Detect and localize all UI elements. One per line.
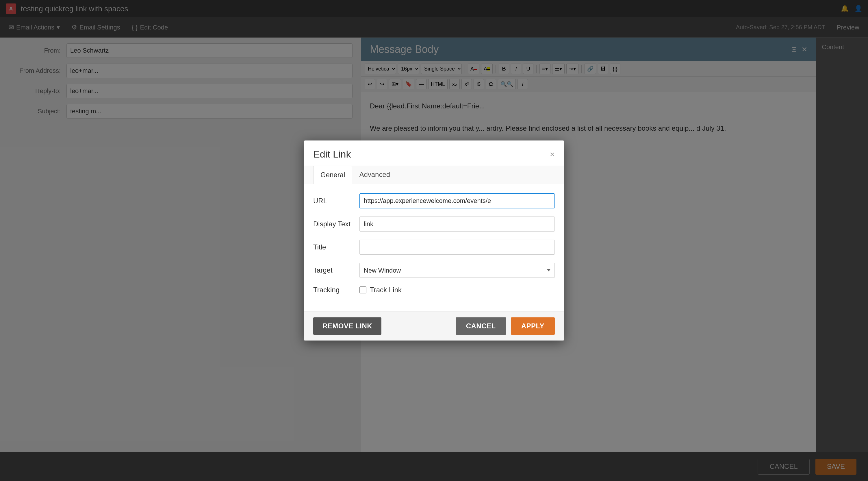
title-field-row: Title: [313, 240, 555, 255]
cancel-button[interactable]: CANCEL: [456, 318, 506, 335]
title-label: Title: [313, 243, 360, 251]
track-link-label: Track Link: [370, 286, 402, 294]
modal-tabs: General Advanced: [304, 166, 564, 184]
target-field-row: Target New Window Same Window _blank _se…: [313, 263, 555, 278]
modal-close-button[interactable]: ×: [550, 149, 555, 159]
tracking-label: Tracking: [313, 286, 360, 294]
tab-general[interactable]: General: [313, 166, 352, 184]
remove-link-button[interactable]: REMOVE LINK: [313, 318, 381, 335]
modal-title: Edit Link: [313, 149, 351, 160]
display-text-field-row: Display Text: [313, 216, 555, 232]
display-text-input[interactable]: [360, 216, 555, 232]
modal-footer: REMOVE LINK CANCEL APPLY: [304, 311, 564, 340]
target-label: Target: [313, 266, 360, 274]
modal-header: Edit Link ×: [304, 141, 564, 166]
tracking-field-row: Tracking Track Link: [313, 286, 555, 294]
url-input[interactable]: [360, 193, 555, 208]
track-link-checkbox[interactable]: [360, 287, 366, 293]
footer-right: CANCEL APPLY: [456, 318, 555, 335]
tracking-checkbox-row: Track Link: [360, 286, 402, 294]
display-text-label: Display Text: [313, 220, 360, 228]
title-input[interactable]: [360, 240, 555, 255]
tab-advanced[interactable]: Advanced: [352, 166, 397, 184]
target-select[interactable]: New Window Same Window _blank _self: [360, 263, 555, 278]
modal-body: URL Display Text Title Target New Window…: [304, 184, 564, 311]
modal-overlay: Edit Link × General Advanced URL Display…: [0, 0, 868, 481]
apply-button[interactable]: APPLY: [511, 318, 555, 335]
url-field-row: URL: [313, 193, 555, 208]
edit-link-modal: Edit Link × General Advanced URL Display…: [304, 141, 564, 340]
url-label: URL: [313, 197, 360, 205]
